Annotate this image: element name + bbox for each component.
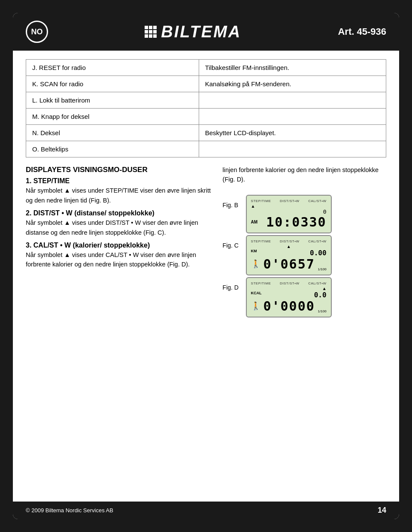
fig-container: Fig. BSTEP/TIMEDIST/ST•WCAL/ST•W▲0AM10:0…	[223, 195, 386, 233]
step-item: 1. STEP/TIME Når symbolet ▲ vises under …	[26, 177, 214, 205]
lcd-display: STEP/TIMEDIST/ST•WCAL/ST•W▲KCAL0.0🚶0'000…	[246, 277, 332, 317]
left-column: DISPLAYETS VISNINGSMO-DUSER 1. STEP/TIME…	[26, 165, 214, 319]
row-label: O. Belteklips	[26, 141, 199, 157]
table-row: M. Knapp for deksel	[26, 109, 386, 125]
lcd-am-label: AM	[251, 220, 258, 224]
country-code: NO	[31, 27, 43, 36]
lcd-top-row: KM0.00	[251, 249, 327, 257]
lcd-triangle-row: ▲	[251, 204, 327, 209]
lcd-walk-icon: 🚶	[251, 301, 261, 311]
table-row: L. Lokk til batterirom	[26, 92, 386, 109]
copyright: © 2009 Biltema Nordic Services AB	[26, 507, 113, 514]
lcd-header-tabs: STEP/TIMEDIST/ST•WCAL/ST•W	[251, 281, 327, 285]
lcd-walk-icon: 🚶	[251, 259, 261, 269]
lcd-display: STEP/TIMEDIST/ST•WCAL/ST•W▲0AM10:0330	[246, 195, 332, 233]
table-row: O. Belteklips	[26, 141, 386, 157]
step-title: 2. DIST/ST • W (distanse/ stoppeklokke)	[26, 209, 214, 217]
row-label: L. Lokk til batterirom	[26, 92, 199, 109]
lcd-big-num: 10:0330	[266, 215, 326, 229]
lcd-big-row: AM10:0330	[251, 215, 327, 229]
fig-container: Fig. DSTEP/TIMEDIST/ST•WCAL/ST•W▲KCAL0.0…	[223, 277, 386, 317]
step-item: 2. DIST/ST • W (distanse/ stoppeklokke) …	[26, 209, 214, 237]
table-row: J. RESET for radio Tilbakestiller FM-inn…	[26, 60, 386, 76]
row-label: M. Knapp for deksel	[26, 109, 199, 125]
lcd-top-value: 0.0	[314, 291, 327, 299]
art-number: Art. 45-936	[338, 26, 386, 37]
main-content: J. RESET for radio Tilbakestiller FM-inn…	[13, 51, 399, 502]
row-desc	[199, 92, 386, 109]
table-row: K. SCAN for radio Kanalsøking på FM-send…	[26, 76, 386, 92]
right-intro: linjen forbrente kalorier og den nedre l…	[223, 165, 386, 184]
fig-label: Fig. B	[223, 195, 242, 209]
bottom-section: DISPLAYETS VISNINGSMO-DUSER 1. STEP/TIME…	[26, 165, 386, 319]
step-body: Når symbolet ▲ vises under CAL/ST • W vi…	[26, 250, 214, 269]
row-desc	[199, 141, 386, 157]
footer: © 2009 Biltema Nordic Services AB 14	[13, 502, 399, 519]
right-column: linjen forbrente kalorier og den nedre l…	[223, 165, 386, 319]
page-number: 14	[378, 506, 386, 515]
lcd-top-value: 0.00	[310, 249, 327, 257]
lcd-fraction: 1/100	[318, 267, 327, 271]
lcd-fraction: 1/100	[318, 309, 327, 313]
fig-container: Fig. CSTEP/TIMEDIST/ST•WCAL/ST•W▲KM0.00🚶…	[223, 235, 386, 275]
lcd-triangle-row: ▲	[251, 286, 327, 291]
row-desc: Kanalsøking på FM-senderen.	[199, 76, 386, 92]
fig-label: Fig. C	[223, 235, 242, 249]
lcd-bottom-row: 🚶0'00001/100	[251, 299, 327, 313]
info-table: J. RESET for radio Tilbakestiller FM-inn…	[26, 59, 386, 157]
header: NO BILTEMA Art. 45-936	[13, 13, 399, 51]
country-badge: NO	[26, 21, 48, 43]
step-title: 1. STEP/TIME	[26, 177, 214, 185]
step-title: 3. CAL/ST • W (kalorier/ stoppeklokke)	[26, 242, 214, 249]
step-item: 3. CAL/ST • W (kalorier/ stoppeklokke) N…	[26, 242, 214, 269]
page: NO BILTEMA Art. 45-936 J. RESET for radi…	[13, 13, 399, 519]
step-body: Når symbolet ▲ vises under STEP/TIME vis…	[26, 186, 214, 205]
lcd-bottom-row: 🚶0'06571/100	[251, 257, 327, 271]
row-label: J. RESET for radio	[26, 60, 199, 76]
section-heading: DISPLAYETS VISNINGSMO-DUSER	[26, 165, 214, 175]
logo-grid-icon	[145, 26, 157, 38]
row-label: N. Deksel	[26, 125, 199, 141]
logo-text: BILTEMA	[161, 23, 241, 41]
lcd-unit-label: KCAL	[251, 291, 262, 295]
fig-label: Fig. D	[223, 277, 242, 291]
row-label: K. SCAN for radio	[26, 76, 199, 92]
lcd-top-small: 0	[251, 209, 327, 215]
lcd-triangle-row: ▲	[251, 244, 327, 249]
lcd-big-num: 0'0657	[263, 257, 315, 271]
logo: BILTEMA	[145, 23, 241, 41]
lcd-display: STEP/TIMEDIST/ST•WCAL/ST•W▲KM0.00🚶0'0657…	[246, 235, 332, 275]
lcd-header-tabs: STEP/TIMEDIST/ST•WCAL/ST•W	[251, 239, 327, 243]
lcd-top-row: KCAL0.0	[251, 291, 327, 299]
row-desc: Tilbakestiller FM-innstillingen.	[199, 60, 386, 76]
row-desc: Beskytter LCD-displayet.	[199, 125, 386, 141]
table-row: N. Deksel Beskytter LCD-displayet.	[26, 125, 386, 141]
lcd-unit-label: KM	[251, 249, 257, 253]
lcd-big-num: 0'0000	[263, 299, 315, 313]
lcd-header-tabs: STEP/TIMEDIST/ST•WCAL/ST•W	[251, 199, 327, 203]
row-desc	[199, 109, 386, 125]
step-body: Når symbolet ▲ vises under DIST/ST • W v…	[26, 218, 214, 237]
